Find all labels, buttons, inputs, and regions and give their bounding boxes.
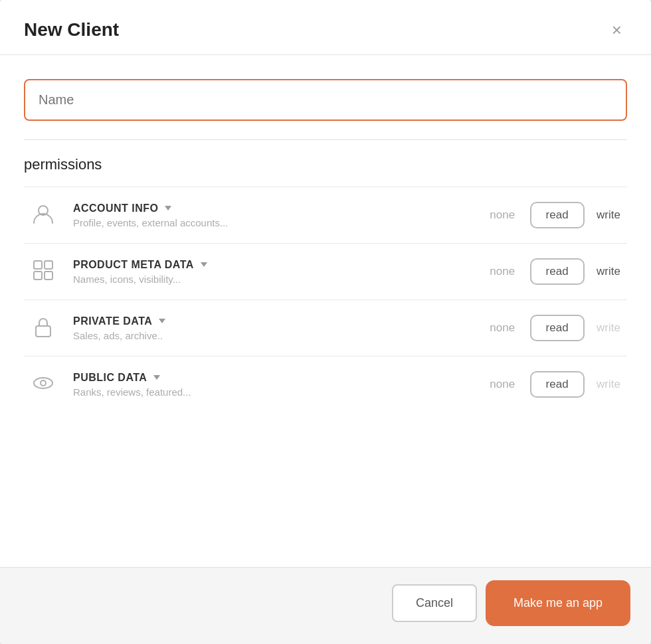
perm-read-button-account-info[interactable]: read	[530, 202, 585, 228]
dialog-footer: Cancel Make me an app	[0, 567, 651, 644]
new-client-dialog: New Client × permissions ACCOUNT INFO	[0, 0, 651, 644]
grid-icon	[24, 244, 66, 300]
permissions-table: ACCOUNT INFO Profile, events, external a…	[24, 187, 627, 412]
dialog-title: New Client	[24, 19, 119, 40]
cancel-button[interactable]: Cancel	[392, 584, 477, 622]
perm-info-product-meta-data: PRODUCT META DATA Names, icons, visibili…	[66, 244, 369, 300]
perm-info-public-data: PUBLIC DATA Ranks, reviews, featured...	[66, 357, 369, 413]
dialog-body: permissions ACCOUNT INFO Profile, events…	[0, 55, 651, 567]
table-row: ACCOUNT INFO Profile, events, external a…	[24, 187, 627, 244]
table-row: PRODUCT META DATA Names, icons, visibili…	[24, 244, 627, 300]
perm-desc-private-data: Sales, ads, archive..	[73, 330, 362, 341]
table-row: PRIVATE DATA Sales, ads, archive.. none …	[24, 300, 627, 357]
make-app-button[interactable]: Make me an app	[489, 584, 627, 623]
perm-write-public-data: write	[597, 378, 620, 391]
perm-read-button-public-data[interactable]: read	[530, 371, 585, 398]
perm-info-account-info: ACCOUNT INFO Profile, events, external a…	[66, 187, 369, 244]
svg-rect-1	[34, 261, 42, 269]
svg-point-6	[34, 378, 52, 388]
perm-controls-public-data: none read write	[369, 357, 627, 413]
perm-name-product-meta-data: PRODUCT META DATA	[73, 259, 362, 271]
perm-read-button-product-meta-data[interactable]: read	[530, 258, 585, 285]
svg-rect-5	[36, 326, 50, 337]
perm-desc-account-info: Profile, events, external accounts...	[73, 217, 362, 228]
chevron-down-icon	[153, 375, 160, 380]
eye-icon	[24, 357, 66, 413]
perm-name-private-data: PRIVATE DATA	[73, 315, 362, 327]
perm-info-private-data: PRIVATE DATA Sales, ads, archive..	[66, 300, 369, 357]
svg-rect-3	[34, 272, 42, 280]
perm-none-account-info[interactable]: none	[490, 208, 515, 221]
perm-desc-public-data: Ranks, reviews, featured...	[73, 386, 362, 398]
perm-controls-product-meta-data: none read write	[369, 244, 627, 300]
name-input[interactable]	[24, 79, 627, 121]
perm-read-button-private-data[interactable]: read	[530, 315, 585, 341]
svg-rect-2	[45, 261, 52, 269]
lock-icon	[24, 300, 66, 357]
perm-controls-account-info: none read write	[369, 187, 627, 244]
svg-rect-4	[45, 272, 52, 280]
perm-desc-product-meta-data: Names, icons, visibility...	[73, 274, 362, 285]
perm-write-account-info[interactable]: write	[597, 208, 620, 222]
perm-none-private-data[interactable]: none	[490, 321, 515, 334]
chevron-down-icon	[165, 206, 171, 210]
chevron-down-icon	[159, 319, 165, 323]
perm-controls-private-data: none read write	[369, 300, 627, 357]
dialog-header: New Client ×	[0, 0, 651, 55]
svg-point-7	[41, 380, 46, 386]
chevron-down-icon	[201, 262, 207, 267]
permissions-label: permissions	[24, 156, 627, 173]
perm-name-account-info: ACCOUNT INFO	[73, 202, 362, 214]
perm-none-public-data[interactable]: none	[490, 378, 515, 390]
perm-name-public-data: PUBLIC DATA	[73, 372, 362, 384]
perm-write-product-meta-data[interactable]: write	[597, 265, 620, 278]
close-button[interactable]: ×	[606, 19, 627, 41]
perm-none-product-meta-data[interactable]: none	[490, 265, 515, 278]
divider	[24, 139, 627, 140]
perm-write-private-data: write	[597, 321, 620, 335]
table-row: PUBLIC DATA Ranks, reviews, featured... …	[24, 357, 627, 413]
user-icon	[24, 187, 66, 244]
